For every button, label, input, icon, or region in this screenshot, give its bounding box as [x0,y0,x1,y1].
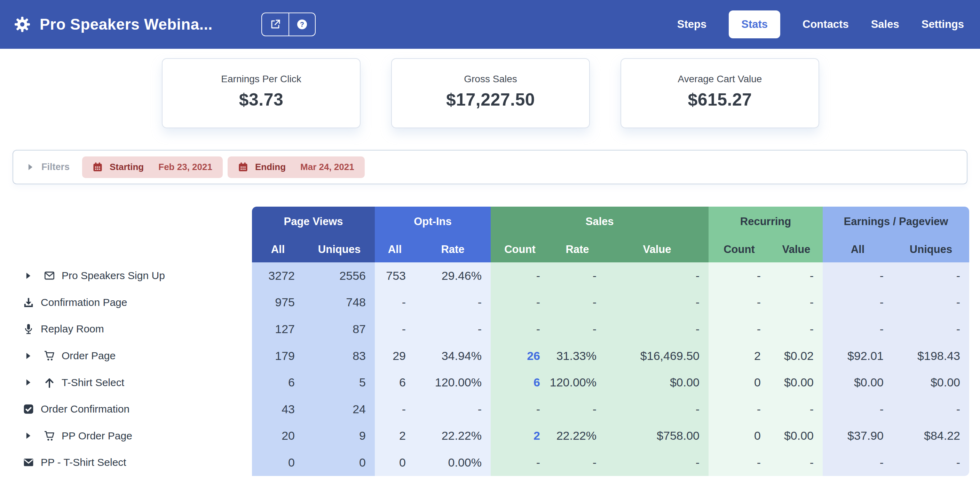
check-square-icon [23,404,34,415]
stat-cell: - [708,449,770,476]
caret-right-icon[interactable] [26,352,31,359]
funnel-step-row-pro-speakers-sign-up[interactable]: Pro Speakers Sign Up [0,262,252,289]
caret-right-icon[interactable] [26,432,31,439]
column-header-sales-rate: Rate [549,236,606,262]
date-filter-pill-ending[interactable]: EndingMar 24, 2021 [228,157,365,178]
stat-card-value: $3.73 [162,89,360,110]
group-header-sales: Sales [491,207,708,236]
stat-cell: 24 [304,396,375,423]
column-header-opt-ins-all: All [375,236,415,262]
stat-cell: - [708,316,770,342]
stat-cell: $84.22 [892,423,969,449]
funnel-step-label: Order Confirmation [41,403,129,415]
envelope-solid-icon [23,457,34,468]
stat-cell-link[interactable]: 6 [491,369,549,396]
stat-cell: 2556 [304,262,375,289]
tab-steps[interactable]: Steps [677,18,706,31]
stat-cell: 0 [304,449,375,476]
stat-cell: - [892,449,969,476]
stat-cell: - [823,262,892,289]
funnel-step-label: Replay Room [41,323,104,335]
cart-icon [44,430,55,441]
stat-cell-link[interactable]: 2 [491,423,549,449]
tab-sales[interactable]: Sales [871,18,899,31]
funnel-step-row-t-shirt-select[interactable]: T-Shirt Select [0,369,252,396]
date-filter-pill-starting[interactable]: StartingFeb 23, 2021 [82,157,223,178]
stat-cell: - [491,449,549,476]
help-button[interactable]: ? [288,13,315,35]
stat-cell: - [606,396,708,423]
stat-cell: - [549,316,606,342]
stat-cell: 22.22% [415,423,491,449]
stat-cell: $0.00 [892,369,969,396]
open-funnel-button[interactable] [262,13,288,35]
stat-cell: 22.22% [549,423,606,449]
stat-cell: 34.94% [415,342,491,369]
stat-cell: - [892,289,969,316]
external-link-icon [270,19,281,30]
gear-icon[interactable] [14,16,30,33]
stat-cell: 0.00% [415,449,491,476]
stat-cell: - [549,289,606,316]
funnel-step-row-replay-room: Replay Room [0,316,252,342]
stat-card-label: Average Cart Value [621,73,819,85]
filters-bar: Filters StartingFeb 23, 2021EndingMar 24… [13,150,967,184]
column-header-earnings-pageview-all: All [823,236,892,262]
tab-settings[interactable]: Settings [921,18,964,31]
column-header-page-views-uniques: Uniques [304,236,375,262]
column-header-opt-ins-rate: Rate [415,236,491,262]
column-header-earnings-pageview-uniques: Uniques [892,236,969,262]
cart-icon [44,350,55,361]
stat-cell: - [606,316,708,342]
stat-cell: $92.01 [823,342,892,369]
stats-grid: Page ViewsOpt-InsSalesRecurringEarnings … [252,207,969,476]
stat-cell: - [892,396,969,423]
svg-text:?: ? [300,21,304,28]
stat-cell: - [770,262,823,289]
stat-cell: 753 [375,262,415,289]
stat-cell: - [892,316,969,342]
stat-cell: - [770,316,823,342]
funnel-step-row-pp-t-shirt-select: PP - T-Shirt Select [0,449,252,476]
stat-cell: - [375,396,415,423]
stat-cell-link[interactable]: 26 [491,342,549,369]
stat-cell: 127 [252,316,304,342]
calendar-icon [92,162,103,173]
funnel-step-label: T-Shirt Select [62,377,124,388]
stat-card-gross-sales: Gross Sales$17,227.50 [391,58,590,128]
group-header-opt-ins: Opt-Ins [375,207,491,236]
group-header-recurring: Recurring [708,207,823,236]
funnel-step-label: Pro Speakers Sign Up [62,270,165,281]
download-icon [23,297,34,308]
caret-right-icon[interactable] [26,379,31,386]
stat-cell: - [823,396,892,423]
tab-stats[interactable]: Stats [729,10,780,38]
stat-card-earnings-per-click: Earnings Per Click$3.73 [162,58,361,128]
stat-cell: - [415,316,491,342]
column-header-recurring-value: Value [770,236,823,262]
funnel-step-label: Order Page [62,350,116,362]
stat-cell: 20 [252,423,304,449]
stat-cell: $0.00 [606,369,708,396]
pill-date-value: Feb 23, 2021 [158,162,212,173]
stat-cell: - [770,449,823,476]
stat-cell: - [375,316,415,342]
stat-cell: 9 [304,423,375,449]
tab-contacts[interactable]: Contacts [802,18,849,31]
stat-cell: 120.00% [415,369,491,396]
funnel-step-row-order-page[interactable]: Order Page [0,342,252,369]
stat-cell: - [415,289,491,316]
stat-cell: - [823,449,892,476]
stat-card-label: Earnings Per Click [162,73,360,85]
caret-right-icon[interactable] [26,272,31,280]
stat-cell: - [491,316,549,342]
stat-cell: 31.33% [549,342,606,369]
filters-expand-caret-icon[interactable] [28,163,33,171]
stat-cell: - [708,289,770,316]
stat-cell: - [606,262,708,289]
microphone-icon [23,323,34,334]
stat-cell: - [549,396,606,423]
filters-label: Filters [41,162,70,173]
stat-cell: $0.00 [770,423,823,449]
funnel-step-row-pp-order-page[interactable]: PP Order Page [0,423,252,449]
